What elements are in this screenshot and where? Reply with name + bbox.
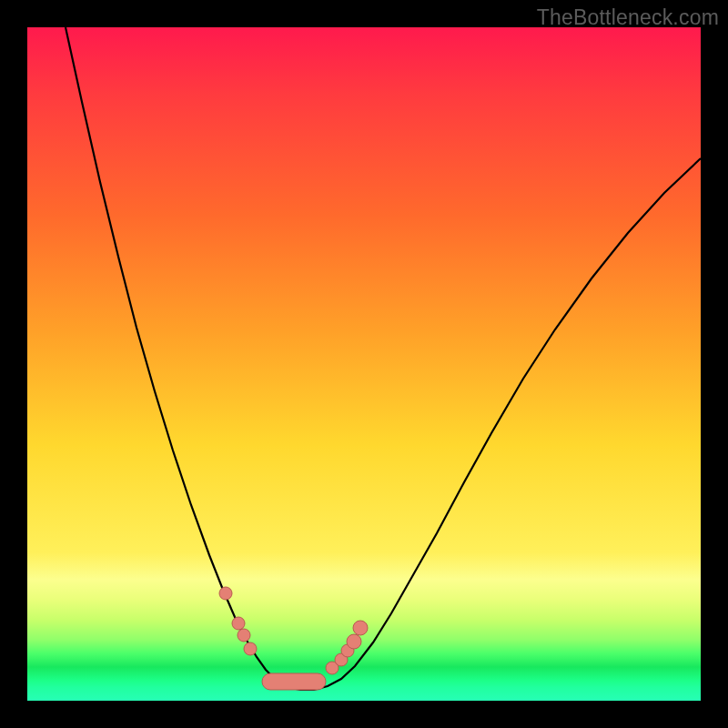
watermark-text: TheBottleneck.com: [537, 5, 719, 30]
chart-marker: [219, 587, 232, 600]
chart-svg: [27, 27, 701, 701]
bottleneck-curve: [66, 27, 701, 690]
chart-marker: [353, 621, 368, 635]
chart-frame: TheBottleneck.com: [0, 0, 728, 728]
chart-marker: [244, 642, 257, 655]
chart-marker: [238, 629, 250, 642]
chart-marker: [347, 634, 361, 649]
chart-marker: [262, 673, 326, 690]
chart-marker: [232, 617, 245, 630]
